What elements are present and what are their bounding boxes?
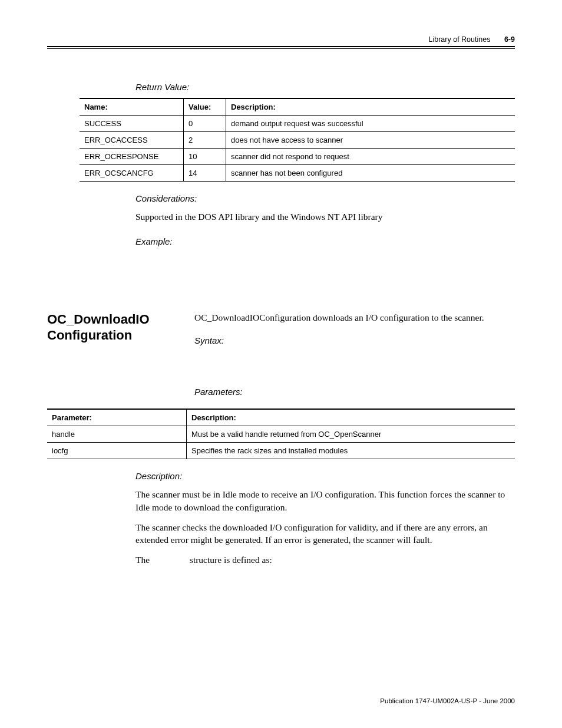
cell-desc: Specifies the rack sizes and installed m… xyxy=(187,443,515,459)
col-name: Name: xyxy=(80,98,184,116)
cell-desc: does not have access to scanner xyxy=(226,132,515,149)
page-number: 6-9 xyxy=(504,35,515,44)
considerations-heading: Considerations: xyxy=(135,193,515,203)
top-content: Return Value: xyxy=(135,82,515,92)
description-p3a: The xyxy=(135,555,150,565)
section-title-line2: Configuration xyxy=(47,328,132,342)
considerations-block: Considerations: Supported in the DOS API… xyxy=(135,193,515,246)
section-oc-downloadio: OC_DownloadIO Configuration OC_DownloadI… xyxy=(47,311,515,403)
running-title: Library of Routines xyxy=(429,35,491,44)
description-p3b: structure is defined as: xyxy=(190,555,272,565)
section-title: OC_DownloadIO Configuration xyxy=(47,311,194,344)
table-row: SUCCESS 0 demand output request was succ… xyxy=(80,116,515,132)
considerations-text: Supported in the DOS API library and the… xyxy=(135,210,515,223)
syntax-heading: Syntax: xyxy=(194,335,515,345)
col-description: Description: xyxy=(226,98,515,116)
cell-value: 14 xyxy=(184,165,226,182)
cell-name: SUCCESS xyxy=(80,116,184,132)
table-row: handle Must be a valid handle returned f… xyxy=(47,426,515,443)
cell-desc: scanner has not been configured xyxy=(226,165,515,182)
description-heading: Description: xyxy=(135,471,515,481)
section-title-line1: OC_DownloadIO xyxy=(47,312,150,327)
cell-name: ERR_OCACCESS xyxy=(80,132,184,149)
page-header: Library of Routines 6-9 xyxy=(47,35,515,52)
description-p3: The structure is defined as: xyxy=(135,554,515,566)
cell-value: 10 xyxy=(184,149,226,165)
table-row: ERR_OCACCESS 2 does not have access to s… xyxy=(80,132,515,149)
cell-desc: demand output request was successful xyxy=(226,116,515,132)
cell-desc: scanner did not respond to request xyxy=(226,149,515,165)
table-row: ERR_OCSCANCFG 14 scanner has not been co… xyxy=(80,165,515,182)
description-p2: The scanner checks the downloaded I/O co… xyxy=(135,521,515,546)
cell-name: ERR_OCSCANCFG xyxy=(80,165,184,182)
footer-publication: Publication 1747-UM002A-US-P - June 2000 xyxy=(380,697,515,704)
col-parameter: Parameter: xyxy=(47,409,187,426)
cell-value: 0 xyxy=(184,116,226,132)
col-value: Value: xyxy=(184,98,226,116)
cell-param: handle xyxy=(47,426,187,443)
col-description: Description: xyxy=(187,409,515,426)
description-block: Description: The scanner must be in Idle… xyxy=(135,471,515,566)
cell-value: 2 xyxy=(184,132,226,149)
section-intro: OC_DownloadIOConfiguration downloads an … xyxy=(194,311,515,324)
table-row: ERR_OCRESPONSE 10 scanner did not respon… xyxy=(80,149,515,165)
example-heading: Example: xyxy=(135,236,515,246)
cell-param: iocfg xyxy=(47,443,187,459)
parameters-table: Parameter: Description: handle Must be a… xyxy=(47,409,515,459)
table-row: iocfg Specifies the rack sizes and insta… xyxy=(47,443,515,459)
description-p1: The scanner must be in Idle mode to rece… xyxy=(135,488,515,513)
return-value-table: Name: Value: Description: SUCCESS 0 dema… xyxy=(80,98,515,182)
parameters-heading: Parameters: xyxy=(194,387,515,397)
cell-desc: Must be a valid handle returned from OC_… xyxy=(187,426,515,443)
cell-name: ERR_OCRESPONSE xyxy=(80,149,184,165)
return-value-heading: Return Value: xyxy=(135,82,515,92)
